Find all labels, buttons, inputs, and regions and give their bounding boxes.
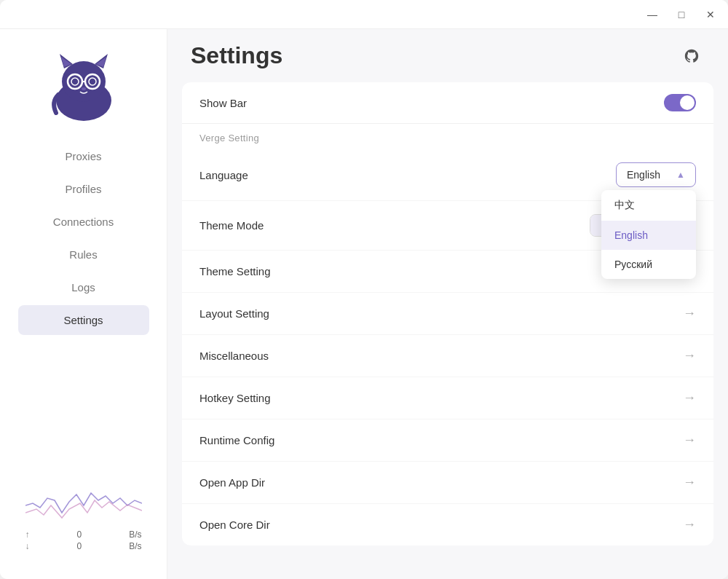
runtime-config-row[interactable]: Runtime Config →: [182, 420, 713, 462]
down-arrow-icon: ↓: [25, 541, 30, 551]
show-bar-toggle[interactable]: [664, 94, 696, 111]
sidebar-footer: ↑ 0 B/s ↓ 0 B/s: [0, 473, 167, 564]
close-button[interactable]: ✕: [702, 6, 719, 23]
chevron-up-icon: ▲: [676, 170, 685, 180]
open-core-dir-label: Open Core Dir: [199, 519, 270, 531]
layout-setting-row[interactable]: Layout Setting →: [182, 293, 713, 335]
show-bar-row: Show Bar: [182, 82, 713, 124]
layout-setting-label: Layout Setting: [199, 307, 269, 320]
language-select-button[interactable]: English ▲: [616, 162, 696, 187]
app-body: Proxies Profiles Connections Rules Logs …: [0, 29, 728, 579]
github-icon: [684, 48, 700, 64]
settings-card: Show Bar Verge Setting Language English: [182, 82, 713, 545]
sidebar-item-profiles[interactable]: Profiles: [18, 174, 149, 204]
settings-panel: Show Bar Verge Setting Language English: [167, 76, 728, 579]
nav-items: Proxies Profiles Connections Rules Logs …: [0, 141, 167, 335]
sidebar: Proxies Profiles Connections Rules Logs …: [0, 29, 167, 579]
sidebar-item-proxies[interactable]: Proxies: [18, 141, 149, 171]
language-dropdown: 中文 English Русский: [601, 190, 696, 279]
main-content: Settings Show Bar Verge Setting: [167, 29, 728, 579]
language-option-zh[interactable]: 中文: [601, 190, 696, 221]
language-control: English ▲ 中文 English: [616, 162, 696, 187]
minimize-button[interactable]: —: [644, 6, 661, 23]
hotkey-setting-label: Hotkey Setting: [199, 392, 271, 404]
page-title: Settings: [191, 42, 282, 69]
up-arrow-icon: ↑: [25, 529, 30, 540]
hotkey-setting-row[interactable]: Hotkey Setting →: [182, 377, 713, 420]
sidebar-item-rules[interactable]: Rules: [18, 240, 149, 269]
open-app-dir-arrow-icon[interactable]: →: [683, 475, 696, 490]
sidebar-item-logs[interactable]: Logs: [18, 272, 149, 302]
upload-value: 0: [76, 529, 82, 540]
open-app-dir-label: Open App Dir: [199, 476, 265, 489]
github-button[interactable]: [678, 43, 705, 69]
open-app-dir-row[interactable]: Open App Dir →: [182, 462, 713, 504]
miscellaneous-row[interactable]: Miscellaneous →: [182, 335, 713, 377]
layout-setting-arrow-icon[interactable]: →: [683, 306, 696, 321]
download-speed-row: ↓ 0 B/s: [25, 541, 142, 551]
theme-mode-label: Theme Mode: [199, 219, 264, 232]
sidebar-item-connections[interactable]: Connections: [18, 207, 149, 237]
download-unit: B/s: [129, 541, 141, 551]
language-select[interactable]: English ▲ 中文 English: [616, 162, 696, 187]
language-row: Language English ▲ 中文: [182, 149, 713, 201]
runtime-config-arrow-icon[interactable]: →: [683, 433, 696, 448]
language-current-value: English: [627, 169, 660, 181]
app-window: — □ ✕: [0, 0, 728, 579]
sidebar-item-settings[interactable]: Settings: [18, 305, 149, 335]
main-header: Settings: [167, 29, 728, 76]
svg-point-11: [82, 87, 86, 90]
runtime-config-label: Runtime Config: [199, 434, 274, 446]
titlebar: — □ ✕: [0, 0, 728, 29]
maximize-button[interactable]: □: [673, 6, 690, 23]
verge-setting-label: Verge Setting: [182, 124, 713, 149]
theme-setting-label: Theme Setting: [199, 265, 271, 277]
language-option-ru[interactable]: Русский: [601, 250, 696, 279]
download-value: 0: [76, 541, 82, 551]
show-bar-label: Show Bar: [199, 97, 247, 109]
open-core-dir-arrow-icon[interactable]: →: [683, 517, 696, 532]
open-core-dir-row[interactable]: Open Core Dir →: [182, 504, 713, 545]
miscellaneous-arrow-icon[interactable]: →: [683, 348, 696, 363]
language-option-en[interactable]: English: [601, 221, 696, 250]
upload-unit: B/s: [129, 529, 141, 540]
speed-graph: [25, 473, 142, 524]
miscellaneous-label: Miscellaneous: [199, 350, 269, 362]
language-label: Language: [199, 169, 248, 181]
hotkey-setting-arrow-icon[interactable]: →: [683, 390, 696, 406]
upload-speed-row: ↑ 0 B/s: [25, 529, 142, 540]
app-logo: [44, 44, 124, 124]
